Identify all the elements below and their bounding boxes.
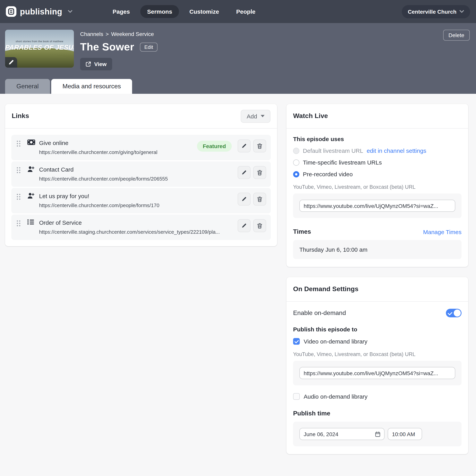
drag-handle-icon[interactable] bbox=[17, 141, 20, 147]
edit-link-button[interactable] bbox=[238, 193, 251, 205]
delete-link-button[interactable] bbox=[253, 139, 266, 153]
add-link-button[interactable]: Add bbox=[241, 110, 271, 122]
chevron-down-icon bbox=[261, 115, 265, 117]
link-row-give-online: Give online https://centerville.churchce… bbox=[11, 135, 271, 160]
drag-handle-icon[interactable] bbox=[17, 221, 20, 226]
enable-on-demand-toggle[interactable] bbox=[446, 309, 461, 317]
external-link-icon bbox=[85, 61, 91, 67]
drag-handle-icon[interactable] bbox=[17, 194, 20, 200]
breadcrumb: Channels > Weekend Service bbox=[80, 31, 470, 37]
delete-link-button[interactable] bbox=[253, 219, 266, 232]
app-name: publishing bbox=[20, 7, 62, 16]
breadcrumb-current[interactable]: Weekend Service bbox=[111, 31, 154, 37]
episode-thumbnail[interactable]: short stories from the book of matthew P… bbox=[5, 30, 74, 68]
manage-times-link[interactable]: Manage Times bbox=[423, 228, 461, 235]
episode-uses-label: This episode uses bbox=[293, 136, 461, 142]
pencil-icon bbox=[241, 197, 247, 202]
main-nav: Pages Sermons Customize People bbox=[106, 5, 262, 18]
edit-link-button[interactable] bbox=[238, 166, 251, 179]
nav-item-customize[interactable]: Customize bbox=[183, 5, 226, 18]
top-nav: publishing Pages Sermons Customize Peopl… bbox=[0, 0, 476, 23]
option-time-specific[interactable]: Time-specific livestream URLs bbox=[293, 159, 461, 166]
pencil-icon bbox=[241, 143, 247, 149]
publish-time-input[interactable]: 10:00 AM bbox=[388, 428, 422, 440]
page-title: The Sower bbox=[80, 41, 134, 53]
episode-header: Delete short stories from the book of ma… bbox=[0, 23, 476, 94]
live-url-label: YouTube, Vimeo, Livestream, or Boxcast (… bbox=[293, 184, 461, 190]
audio-on-demand-option[interactable]: Audio on-demand library bbox=[293, 393, 461, 400]
delete-link-button[interactable] bbox=[253, 166, 266, 179]
time-entry: Thursday Jun 6, 10:00 am bbox=[293, 240, 461, 259]
featured-badge: Featured bbox=[197, 140, 232, 152]
trash-icon bbox=[257, 223, 262, 228]
on-demand-card: On Demand Settings Enable on-demand Publ… bbox=[287, 277, 468, 454]
pencil-icon bbox=[9, 60, 14, 65]
tab-general[interactable]: General bbox=[5, 79, 50, 94]
video-on-demand-option[interactable]: Video on-demand library bbox=[293, 338, 461, 345]
nav-item-pages[interactable]: Pages bbox=[106, 5, 136, 18]
publish-time-value: 10:00 AM bbox=[392, 431, 415, 437]
money-bill-icon bbox=[27, 139, 35, 145]
delete-button[interactable]: Delete bbox=[443, 30, 470, 41]
link-row-contact-card: Contact Card https://centerville.churchc… bbox=[11, 161, 271, 187]
enable-on-demand-label: Enable on-demand bbox=[293, 309, 346, 317]
link-row-order-of-service: Order of Service https://centerville.sta… bbox=[11, 215, 271, 240]
person-add-icon bbox=[27, 166, 35, 172]
calendar-icon bbox=[375, 431, 380, 437]
tab-media-and-resources[interactable]: Media and resources bbox=[51, 79, 132, 94]
radio-icon[interactable] bbox=[293, 159, 299, 166]
link-title[interactable]: Contact Card bbox=[39, 166, 238, 173]
nav-item-sermons[interactable]: Sermons bbox=[140, 5, 179, 18]
publish-time-title: Publish time bbox=[293, 410, 461, 417]
option-label: Default livestream URL bbox=[303, 147, 363, 154]
option-pre-recorded[interactable]: Pre-recorded video bbox=[293, 171, 461, 177]
on-demand-url-input[interactable] bbox=[299, 367, 455, 379]
link-url: https://centerville.churchcenter.com/giv… bbox=[39, 149, 197, 156]
link-title[interactable]: Let us pray for you! bbox=[39, 192, 238, 200]
edit-thumbnail-button[interactable] bbox=[5, 57, 17, 68]
org-name: Centerville Church bbox=[408, 8, 457, 15]
publish-to-label: Publish this episode to bbox=[293, 326, 461, 333]
org-selector[interactable]: Centerville Church bbox=[402, 5, 470, 18]
drag-handle-icon[interactable] bbox=[17, 167, 20, 173]
publish-date-input[interactable]: June 06, 2024 bbox=[299, 428, 385, 440]
edit-title-button[interactable]: Edit bbox=[140, 43, 157, 51]
edit-link-button[interactable] bbox=[238, 219, 251, 232]
checkbox-icon[interactable] bbox=[293, 393, 300, 400]
watch-live-card: Watch Live This episode uses Default liv… bbox=[287, 104, 468, 267]
nav-item-people[interactable]: People bbox=[230, 5, 262, 18]
trash-icon bbox=[257, 143, 262, 149]
pencil-icon bbox=[241, 223, 247, 228]
on-demand-url-label: YouTube, Vimeo, Livestream, or Boxcast (… bbox=[293, 351, 461, 357]
edit-channel-settings-link[interactable]: edit in channel settings bbox=[367, 147, 426, 154]
app-logo[interactable]: publishing bbox=[6, 6, 72, 17]
edit-link-button[interactable] bbox=[238, 139, 251, 153]
checkbox-icon[interactable] bbox=[293, 338, 300, 345]
delete-link-button[interactable] bbox=[253, 193, 266, 205]
publishing-logo-icon bbox=[6, 6, 17, 17]
radio-icon[interactable] bbox=[293, 171, 299, 177]
link-row-let-us-pray: Let us pray for you! https://centerville… bbox=[11, 188, 271, 213]
option-label: Time-specific livestream URLs bbox=[303, 159, 382, 166]
breadcrumb-channels[interactable]: Channels bbox=[80, 31, 103, 37]
option-default-livestream[interactable]: Default livestream URL edit in channel s… bbox=[293, 147, 461, 154]
person-add-icon bbox=[27, 193, 35, 199]
link-title[interactable]: Order of Service bbox=[39, 219, 238, 227]
pencil-icon bbox=[241, 170, 247, 175]
live-url-input[interactable] bbox=[299, 200, 455, 212]
radio-icon[interactable] bbox=[293, 148, 299, 154]
view-button[interactable]: View bbox=[80, 58, 112, 70]
link-url: https://centerville.churchcenter.com/peo… bbox=[39, 202, 238, 209]
view-button-label: View bbox=[94, 61, 106, 67]
links-card-title: Links bbox=[12, 112, 29, 120]
link-title[interactable]: Give online bbox=[39, 139, 197, 147]
times-title: Times bbox=[293, 228, 311, 235]
on-demand-title: On Demand Settings bbox=[293, 285, 358, 293]
tab-bar: General Media and resources bbox=[5, 79, 470, 94]
link-url: https://centerville.staging.churchcenter… bbox=[39, 229, 238, 236]
checkbox-label: Audio on-demand library bbox=[304, 393, 368, 400]
thumbnail-subtitle: short stories from the book of matthew bbox=[5, 40, 74, 43]
thumbnail-title: PARABLES OF JESUS bbox=[5, 44, 74, 51]
publish-date-value: June 06, 2024 bbox=[304, 431, 339, 437]
chevron-down-icon bbox=[459, 10, 464, 13]
